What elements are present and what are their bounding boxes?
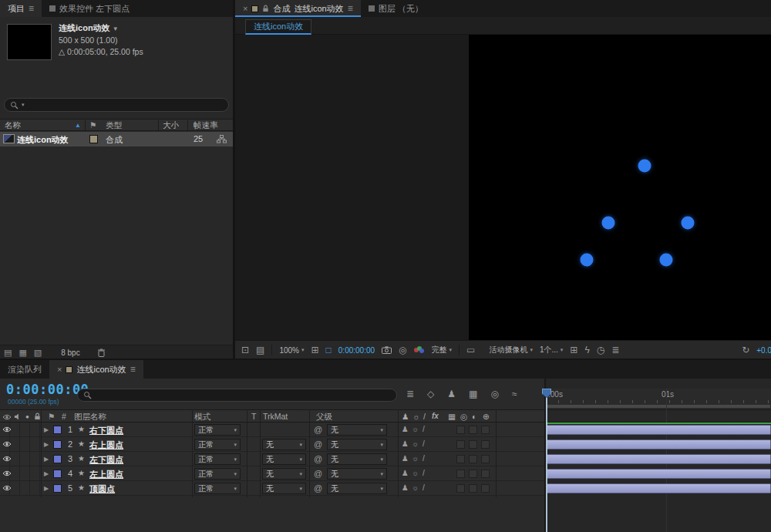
frame-blend-box[interactable] — [456, 470, 465, 478]
bit-depth-button[interactable]: 8 bpc — [61, 348, 79, 357]
layer-name-column[interactable]: 图层名称 — [74, 412, 106, 423]
close-icon[interactable]: × — [57, 365, 62, 374]
t-column[interactable]: T — [251, 412, 256, 421]
pickwhip-icon[interactable]: @ — [314, 425, 322, 434]
eye-icon[interactable] — [2, 485, 12, 491]
eye-column-icon[interactable] — [2, 414, 12, 420]
flyout-icon[interactable]: ▼ — [113, 25, 119, 32]
project-search-input[interactable]: ▾ — [4, 98, 229, 112]
panel-menu-icon[interactable]: ≡ — [348, 3, 353, 14]
layer-duration-bar[interactable] — [547, 439, 771, 450]
motion-blur-box[interactable] — [469, 455, 477, 463]
current-time-indicator-line[interactable] — [546, 398, 547, 532]
main-viewer-icon[interactable]: ▤ — [256, 345, 264, 355]
tab-timeline-comp[interactable]: × 连线icon动效 ≡ — [49, 360, 143, 379]
reset-exposure-icon[interactable]: ↻ — [742, 345, 749, 355]
parent-dropdown[interactable]: 无▾ — [327, 483, 387, 494]
interpret-footage-icon[interactable]: ▤ — [4, 348, 12, 358]
item-name[interactable]: 连线icon动效 — [17, 134, 69, 146]
audio-column-icon[interactable] — [14, 413, 21, 420]
layer-duration-bar[interactable] — [547, 425, 771, 435]
layer-color-swatch[interactable] — [53, 440, 62, 449]
shy-switch[interactable]: ♟ — [402, 439, 409, 448]
trkmat-dropdown[interactable]: 无▾ — [262, 468, 306, 480]
parent-dropdown[interactable]: 无▾ — [327, 468, 387, 480]
frame-blend-box[interactable] — [456, 426, 465, 434]
timeline-button-icon[interactable]: ◷ — [597, 345, 604, 355]
fast-preview-icon[interactable]: ϟ — [584, 345, 589, 355]
resolution-select[interactable]: 完整 ▾ — [432, 345, 453, 355]
blend-mode-dropdown[interactable]: 正常▾ — [194, 453, 241, 465]
layer-name[interactable]: 顶圆点 — [89, 483, 115, 495]
label-column-icon[interactable]: ⚑ — [48, 412, 55, 421]
grid-guides-icon[interactable]: ⊞ — [311, 345, 319, 355]
sort-asc-icon[interactable]: ▲ — [75, 122, 81, 129]
trkmat-column[interactable]: TrkMat — [263, 412, 288, 421]
tab-render-queue[interactable]: 渲染队列 — [0, 360, 49, 379]
item-label-swatch[interactable] — [89, 135, 98, 143]
view-subtab[interactable]: 连线icon动效 — [245, 19, 311, 35]
parent-column[interactable]: 父级 — [316, 412, 332, 423]
motion-blur-box[interactable] — [469, 440, 477, 449]
motion-blur-box[interactable] — [469, 426, 477, 434]
parent-dropdown[interactable]: 无▾ — [327, 439, 387, 450]
project-item-row[interactable]: 连线icon动效 合成 25 — [0, 132, 233, 146]
name-column[interactable]: 名称 — [5, 120, 21, 131]
layer-name[interactable]: 右下圆点 — [89, 425, 123, 436]
fps-column[interactable]: 帧速率 — [194, 120, 218, 131]
tab-project[interactable]: 项目 ≡ — [0, 0, 42, 17]
comp-canvas[interactable] — [469, 35, 771, 340]
exposure-value[interactable]: +0.0 — [756, 346, 771, 355]
layer-duration-bar[interactable] — [547, 483, 771, 493]
adjustment-box[interactable] — [481, 426, 490, 434]
quality-switch[interactable]: / — [423, 483, 425, 492]
close-icon[interactable]: × — [243, 4, 247, 13]
shy-switch[interactable]: ♟ — [402, 469, 409, 477]
quality-switch[interactable]: / — [423, 439, 425, 448]
quality-switch[interactable]: / — [423, 425, 425, 433]
eye-icon[interactable] — [2, 470, 12, 476]
zoom-select[interactable]: 100% ▾ — [279, 346, 304, 355]
preview-time[interactable]: 0:00:00:00 — [338, 346, 375, 355]
layer-name[interactable]: 右上圆点 — [89, 439, 123, 451]
graph-editor-icon[interactable]: ≈ — [512, 389, 517, 399]
adjustment-box[interactable] — [481, 470, 490, 478]
expander-icon[interactable]: ▶ — [44, 485, 49, 492]
adjustment-box[interactable] — [481, 455, 490, 463]
expander-icon[interactable]: ▶ — [44, 470, 49, 477]
expander-icon[interactable]: ▶ — [44, 426, 49, 433]
adjustment-box[interactable] — [481, 484, 490, 493]
pickwhip-icon[interactable]: @ — [314, 454, 322, 463]
eye-icon[interactable] — [2, 426, 12, 433]
trkmat-dropdown[interactable]: 无▾ — [262, 453, 306, 465]
trkmat-dropdown[interactable]: 无▾ — [262, 483, 306, 494]
layer-row[interactable]: ▶ 4 ★ 左上圆点 正常▾ 无▾ @ 无▾ ♟ ☼ / — [0, 466, 544, 481]
quality-switch[interactable]: / — [423, 469, 425, 477]
layer-color-swatch[interactable] — [53, 455, 62, 463]
parent-dropdown[interactable]: 无▾ — [327, 424, 387, 436]
pickwhip-icon[interactable]: @ — [314, 439, 322, 449]
panel-menu-icon[interactable]: ≡ — [29, 3, 34, 14]
comp-network-icon[interactable] — [217, 135, 227, 143]
frame-blend-box[interactable] — [456, 484, 465, 493]
motion-blur-column-icon[interactable]: ◎ — [460, 412, 467, 421]
quality-column-icon[interactable]: / — [423, 412, 426, 421]
parent-dropdown[interactable]: 无▾ — [327, 453, 387, 465]
pickwhip-icon[interactable]: @ — [314, 483, 322, 493]
camera-select[interactable]: 活动摄像机 ▾ — [489, 345, 533, 355]
blend-mode-dropdown[interactable]: 正常▾ — [194, 483, 241, 494]
blend-mode-dropdown[interactable]: 正常▾ — [194, 439, 241, 450]
shy-column-icon[interactable]: ♟ — [402, 412, 409, 421]
motion-blur-box[interactable] — [469, 484, 477, 493]
eye-icon[interactable] — [2, 441, 12, 447]
hide-shy-icon[interactable]: ♟ — [447, 389, 456, 399]
threed-column-icon[interactable]: ⊕ — [483, 412, 490, 421]
work-area-bar[interactable] — [546, 404, 771, 409]
timeline-track-area[interactable]: :00s 01s — [546, 379, 771, 532]
number-column-label[interactable]: # — [62, 412, 66, 421]
expander-icon[interactable]: ▶ — [44, 456, 49, 463]
timeline-search-input[interactable] — [77, 389, 397, 402]
layer-color-swatch[interactable] — [53, 426, 62, 434]
tab-layer[interactable]: 图层 （无） — [361, 0, 431, 17]
shy-switch[interactable]: ♟ — [402, 425, 409, 433]
